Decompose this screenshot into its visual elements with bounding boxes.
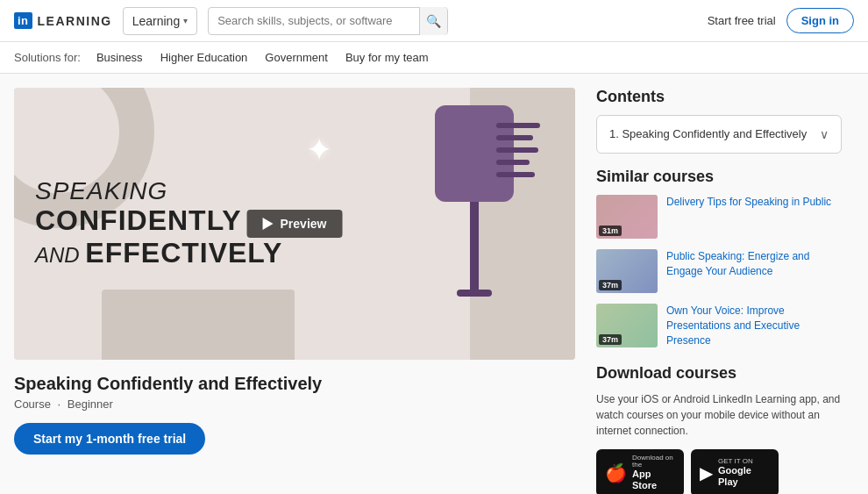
google-play-sub: GET IT ON <box>718 458 770 465</box>
sidebar-item-higher-education[interactable]: Higher Education <box>152 51 257 64</box>
app-badges: 🍎 Download on the App Store ▶ GET IT ON … <box>596 449 842 494</box>
contents-item[interactable]: 1. Speaking Confidently and Effectively … <box>596 115 842 154</box>
course-info: Speaking Confidently and Effectively Cou… <box>14 360 575 462</box>
course-thumbnail[interactable]: ✦ SPEAKING CONFIDENTLY AND EFFECTIVELY P… <box>14 88 575 360</box>
similar-course-thumbnail: 31m <box>596 195 658 239</box>
contents-item-label: 1. Speaking Confidently and Effectively <box>609 126 807 142</box>
microphone-illustration <box>435 105 514 297</box>
chevron-down-icon: ∨ <box>820 127 829 141</box>
start-trial-button[interactable]: Start my 1-month free trial <box>14 423 205 455</box>
preview-label: Preview <box>281 217 327 231</box>
similar-course-item: 37m Public Speaking: Energize and Engage… <box>596 249 842 293</box>
course-level: Beginner <box>68 397 113 411</box>
course-meta: Course · Beginner <box>14 397 575 411</box>
mic-stand <box>470 202 479 290</box>
app-store-name: App Store <box>632 469 675 491</box>
download-section-title: Download courses <box>596 364 842 383</box>
google-play-name: Google Play <box>718 465 770 488</box>
mic-line <box>496 160 530 165</box>
learning-nav-dropdown[interactable]: Learning ▾ <box>123 7 198 35</box>
similar-course-item: 37m Own Your Voice: Improve Presentation… <box>596 304 842 347</box>
meta-separator: · <box>58 397 61 411</box>
sign-in-button[interactable]: Sign in <box>786 8 854 33</box>
mic-base <box>457 290 492 297</box>
mic-head <box>435 105 514 202</box>
thumbnail-line2: CONFIDENTLY <box>35 205 282 236</box>
download-description: Use your iOS or Android LinkedIn Learnin… <box>596 391 842 439</box>
logo-text: LEARNING <box>38 14 112 28</box>
mic-line <box>496 123 540 128</box>
google-play-text: GET IT ON Google Play <box>718 458 770 488</box>
download-section: Download courses Use your iOS or Android… <box>596 364 842 494</box>
mic-line <box>496 172 535 177</box>
similar-course-title[interactable]: Delivery Tips for Speaking in Public <box>666 195 842 210</box>
search-input[interactable] <box>209 14 419 27</box>
course-duration: 37m <box>599 334 622 345</box>
logo[interactable]: in LEARNING <box>14 12 112 29</box>
app-store-text: Download on the App Store <box>632 455 675 491</box>
similar-course-info: Public Speaking: Energize and Engage You… <box>666 249 842 279</box>
sidebar-item-government[interactable]: Government <box>256 51 337 64</box>
main-content: ✦ SPEAKING CONFIDENTLY AND EFFECTIVELY P… <box>0 74 868 494</box>
chevron-down-icon: ▾ <box>183 16 188 25</box>
sidebar-item-buy-for-team[interactable]: Buy for my team <box>337 51 438 64</box>
solutions-for-label: Solutions for: <box>14 51 81 64</box>
similar-course-thumbnail: 37m <box>596 304 658 347</box>
nav-dropdown-label: Learning <box>132 14 181 28</box>
app-store-badge[interactable]: 🍎 Download on the App Store <box>596 449 684 494</box>
similar-courses-section: Similar courses 31m Delivery Tips for Sp… <box>596 168 842 347</box>
google-play-badge[interactable]: ▶ GET IT ON Google Play <box>691 449 779 494</box>
thumbnail-line1: SPEAKING <box>35 178 282 205</box>
start-free-trial-link[interactable]: Start free trial <box>708 14 776 27</box>
similar-courses-title: Similar courses <box>596 168 842 186</box>
header: in LEARNING Learning ▾ 🔍 Start free tria… <box>0 0 868 42</box>
contents-section-title: Contents <box>596 88 842 106</box>
course-type: Course <box>14 397 51 411</box>
similar-course-info: Delivery Tips for Speaking in Public <box>666 195 842 210</box>
sub-nav: Solutions for: Business Higher Education… <box>0 42 868 74</box>
mic-line <box>496 135 533 140</box>
sparkle-icon: ✦ <box>306 132 332 168</box>
thumbnail-rect-bottom <box>102 290 295 360</box>
play-icon <box>263 218 274 230</box>
thumbnail-line3: AND <box>35 243 85 267</box>
search-button[interactable]: 🔍 <box>419 7 447 35</box>
course-title: Speaking Confidently and Effectively <box>14 374 575 394</box>
sidebar-item-business[interactable]: Business <box>88 51 152 64</box>
search-bar: 🔍 <box>208 7 448 35</box>
course-duration: 37m <box>599 280 622 290</box>
apple-icon: 🍎 <box>605 462 627 483</box>
thumbnail-line4: EFFECTIVELY <box>85 237 282 268</box>
course-duration: 31m <box>599 226 622 236</box>
similar-course-title[interactable]: Own Your Voice: Improve Presentations an… <box>666 304 842 347</box>
google-play-icon: ▶ <box>700 462 713 483</box>
similar-course-title[interactable]: Public Speaking: Energize and Engage You… <box>666 249 842 279</box>
linkedin-logo-icon: in <box>14 12 32 29</box>
similar-course-item: 31m Delivery Tips for Speaking in Public <box>596 195 842 239</box>
left-column: ✦ SPEAKING CONFIDENTLY AND EFFECTIVELY P… <box>14 88 575 494</box>
mic-line <box>496 147 538 153</box>
app-store-sub: Download on the <box>632 455 675 469</box>
right-column: Contents 1. Speaking Confidently and Eff… <box>596 88 842 494</box>
mic-lines <box>496 123 540 177</box>
similar-course-thumbnail: 37m <box>596 249 658 293</box>
thumbnail-text: SPEAKING CONFIDENTLY AND EFFECTIVELY <box>35 178 282 268</box>
contents-section: Contents 1. Speaking Confidently and Eff… <box>596 88 842 154</box>
similar-course-info: Own Your Voice: Improve Presentations an… <box>666 304 842 347</box>
preview-button[interactable]: Preview <box>247 210 343 238</box>
